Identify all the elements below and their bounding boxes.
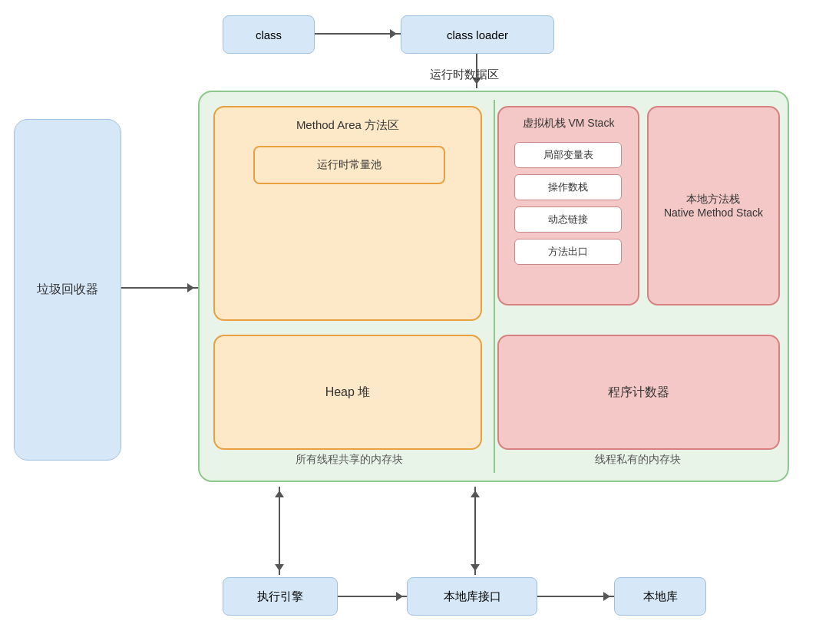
arrow-exec-to-native: [338, 596, 407, 597]
arrow-double-left: [279, 487, 280, 575]
vm-stack-item-3: 方法出口: [514, 239, 622, 265]
class-label: class: [256, 28, 282, 41]
label-private: 线程私有的内存块: [496, 453, 780, 467]
runtime-area: Method Area 方法区 运行时常量池 Heap 堆 所有线程共享的内存块…: [198, 91, 789, 482]
runtime-label: 运行时数据区: [430, 68, 499, 82]
box-native-stack: 本地方法栈Native Method Stack: [647, 106, 780, 305]
box-method-area: Method Area 方法区 运行时常量池: [213, 106, 482, 321]
runtime-divider: [494, 100, 495, 473]
box-native-lib-interface: 本地库接口: [407, 577, 537, 616]
box-native-lib: 本地库: [614, 577, 706, 616]
arrow-double-right: [474, 487, 476, 575]
box-exec-engine: 执行引擎: [223, 577, 338, 616]
box-class: class: [223, 15, 315, 54]
pc-label: 程序计数器: [608, 385, 669, 401]
box-heap: Heap 堆: [213, 335, 482, 450]
box-gc: 垃圾回收器: [14, 119, 121, 461]
native-lib-label: 本地库: [643, 590, 678, 604]
diagram-root: class class loader 运行时数据区 垃圾回收器 Method A…: [0, 0, 829, 644]
arrow-class-to-loader: [315, 33, 401, 35]
arrow-native-to-lib: [537, 596, 614, 597]
vm-stack-item-0: 局部变量表: [514, 142, 622, 168]
arrow-gc-right: [121, 287, 198, 289]
vm-stack-title: 虚拟机栈 VM Stack: [499, 107, 638, 130]
native-lib-interface-label: 本地库接口: [444, 590, 501, 604]
box-class-loader: class loader: [401, 15, 554, 54]
vm-stack-items: 局部变量表 操作数栈 动态链接 方法出口: [514, 142, 622, 271]
class-loader-label: class loader: [447, 28, 508, 41]
gc-label: 垃圾回收器: [37, 282, 98, 298]
exec-engine-label: 执行引擎: [257, 590, 303, 604]
box-pc: 程序计数器: [497, 335, 780, 450]
heap-label: Heap 堆: [325, 385, 371, 401]
native-stack-label: 本地方法栈Native Method Stack: [664, 193, 763, 219]
vm-stack-item-1: 操作数栈: [514, 174, 622, 200]
box-constant-pool: 运行时常量池: [253, 146, 445, 184]
constant-pool-label: 运行时常量池: [317, 158, 381, 172]
vm-stack-item-2: 动态链接: [514, 206, 622, 233]
method-area-title: Method Area 方法区: [215, 107, 481, 133]
label-shared: 所有线程共享的内存块: [207, 453, 491, 467]
